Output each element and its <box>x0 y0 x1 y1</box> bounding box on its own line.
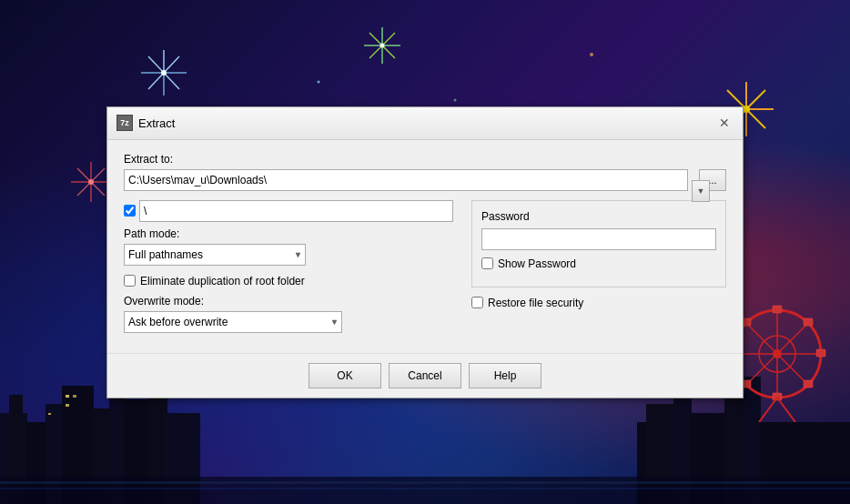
extract-dropdown-arrow: ▼ <box>692 180 710 202</box>
password-box: Password Show Password <box>471 200 726 287</box>
path-checkbox[interactable] <box>124 205 136 217</box>
overwrite-mode-label: Overwrite mode: <box>124 295 453 307</box>
restore-file-security-checkbox[interactable] <box>471 297 483 308</box>
overwrite-mode-select[interactable]: Ask before overwrite Overwrite without p… <box>124 311 342 333</box>
elim-dup-row: Eliminate duplication of root folder <box>124 275 453 287</box>
show-password-row: Show Password <box>481 257 716 270</box>
elim-dup-checkbox[interactable] <box>124 275 136 287</box>
extract-dialog: 7z Extract ✕ Extract to: C:\Users\mav_u\… <box>106 106 744 398</box>
dialog-titlebar: 7z Extract ✕ <box>107 107 743 140</box>
extract-to-input[interactable]: C:\Users\mav_u\Downloads\ <box>124 169 688 191</box>
dialog-body: Extract to: C:\Users\mav_u\Downloads\ ▼ … <box>107 140 743 353</box>
app-icon: 7z <box>116 115 133 131</box>
path-mode-wrapper: Full pathnames No pathnames Relative pat… <box>124 244 306 266</box>
right-col: Password Show Password Restore file secu… <box>471 200 726 333</box>
overwrite-mode-wrapper: Ask before overwrite Overwrite without p… <box>124 311 342 333</box>
path-mode-select[interactable]: Full pathnames No pathnames Relative pat… <box>124 244 306 266</box>
show-password-label: Show Password <box>498 257 576 270</box>
restore-file-security-label: Restore file security <box>488 297 583 309</box>
restore-file-security-row: Restore file security <box>471 297 726 309</box>
cancel-button[interactable]: Cancel <box>389 363 461 388</box>
dialog-title: Extract <box>138 116 175 130</box>
close-button[interactable]: ✕ <box>715 114 734 132</box>
extract-to-label: Extract to: <box>124 153 726 166</box>
password-input[interactable] <box>481 228 716 250</box>
show-password-checkbox[interactable] <box>481 257 493 269</box>
dialog-footer: OK Cancel Help <box>107 353 743 398</box>
path-text-input[interactable] <box>139 200 453 222</box>
path-row <box>124 200 453 222</box>
path-mode-label: Path mode: <box>124 227 453 240</box>
dialog-overlay: 7z Extract ✕ Extract to: C:\Users\mav_u\… <box>0 0 850 504</box>
two-col-layout: Path mode: Full pathnames No pathnames R… <box>124 200 726 333</box>
help-button[interactable]: Help <box>469 363 541 388</box>
elim-dup-label: Eliminate duplication of root folder <box>140 275 305 287</box>
left-col: Path mode: Full pathnames No pathnames R… <box>124 200 453 333</box>
ok-button[interactable]: OK <box>309 363 381 388</box>
password-label: Password <box>481 210 716 223</box>
extract-to-row: C:\Users\mav_u\Downloads\ ▼ ... <box>124 169 726 191</box>
titlebar-left: 7z Extract <box>116 115 175 131</box>
